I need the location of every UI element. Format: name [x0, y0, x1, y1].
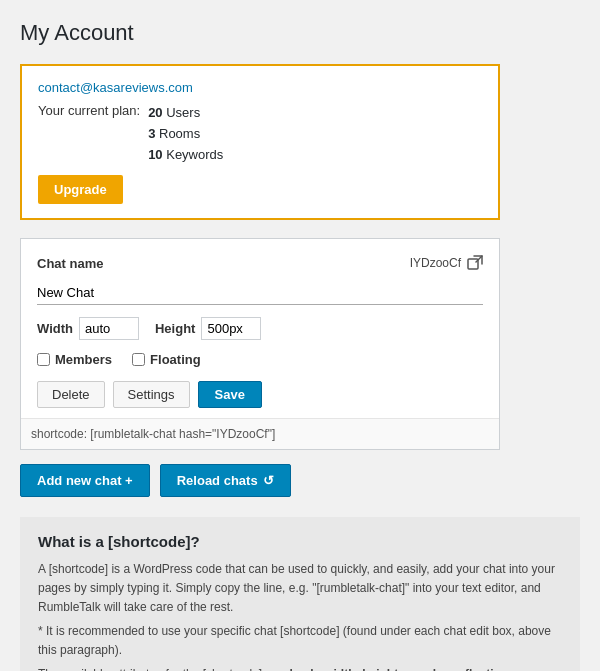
plan-rooms: 3 Rooms: [148, 124, 223, 145]
plan-keywords: 10 Keywords: [148, 145, 223, 166]
height-input[interactable]: [201, 317, 261, 340]
width-input[interactable]: [79, 317, 139, 340]
info-paragraph-3: The available attributes for the [shortc…: [38, 665, 562, 671]
height-group: Height: [155, 317, 261, 340]
info-paragraph-1: A [shortcode] is a WordPress code that c…: [38, 560, 562, 616]
chat-editor-box: Chat name IYDzooCf Width Height Member: [20, 238, 500, 450]
members-label: Members: [55, 352, 112, 367]
account-box: contact@kasareviews.com Your current pla…: [20, 64, 500, 220]
reload-chats-label: Reload chats: [177, 473, 258, 488]
action-buttons: Delete Settings Save: [37, 381, 483, 408]
plan-details: 20 Users 3 Rooms 10 Keywords: [148, 103, 223, 165]
shortcode-badge: IYDzooCf: [410, 255, 483, 271]
upgrade-button[interactable]: Upgrade: [38, 175, 123, 204]
floating-label: Floating: [150, 352, 201, 367]
info-box: What is a [shortcode]? A [shortcode] is …: [20, 517, 580, 671]
bottom-actions: Add new chat + Reload chats ↺: [20, 464, 580, 497]
plan-row: Your current plan: 20 Users 3 Rooms 10 K…: [38, 103, 482, 165]
width-label: Width: [37, 321, 73, 336]
members-checkbox[interactable]: [37, 353, 50, 366]
height-label: Height: [155, 321, 195, 336]
account-email[interactable]: contact@kasareviews.com: [38, 80, 482, 95]
page-title: My Account: [20, 20, 580, 46]
reload-chats-button[interactable]: Reload chats ↺: [160, 464, 291, 497]
save-button[interactable]: Save: [198, 381, 262, 408]
floating-checkbox[interactable]: [132, 353, 145, 366]
delete-button[interactable]: Delete: [37, 381, 105, 408]
external-link-icon[interactable]: [467, 255, 483, 271]
add-chat-button[interactable]: Add new chat +: [20, 464, 150, 497]
members-checkbox-group: Members: [37, 352, 112, 367]
chat-box-header: Chat name IYDzooCf: [37, 255, 483, 271]
plan-label: Your current plan:: [38, 103, 140, 118]
reload-icon: ↺: [263, 473, 274, 488]
chat-name-input[interactable]: [37, 281, 483, 305]
shortcode-bar: shortcode: [rumbletalk-chat hash="IYDzoo…: [21, 418, 499, 449]
shortcode-id-text: IYDzooCf: [410, 256, 461, 270]
floating-checkbox-group: Floating: [132, 352, 201, 367]
info-paragraph-2: * It is recommended to use your specific…: [38, 622, 562, 659]
info-title: What is a [shortcode]?: [38, 533, 562, 550]
width-group: Width: [37, 317, 139, 340]
dimensions-row: Width Height: [37, 317, 483, 340]
chat-name-label: Chat name: [37, 256, 103, 271]
checkbox-row: Members Floating: [37, 352, 483, 367]
plan-users: 20 Users: [148, 103, 223, 124]
settings-button[interactable]: Settings: [113, 381, 190, 408]
